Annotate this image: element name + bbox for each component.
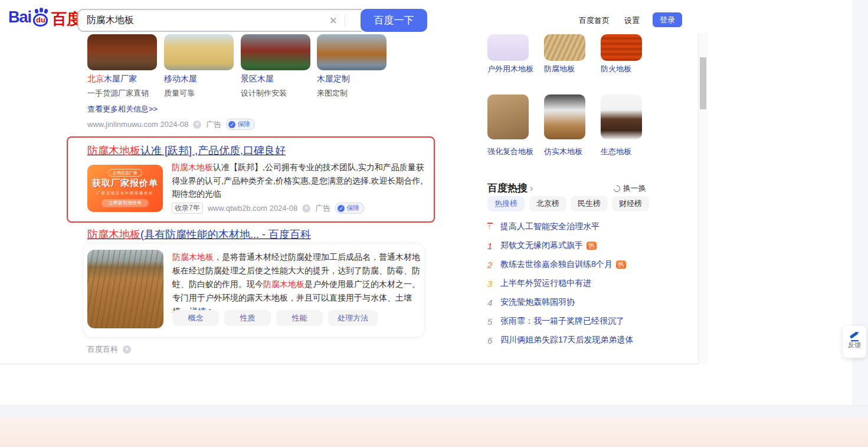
muwu-card-subtitle: 质量可靠 bbox=[164, 88, 195, 99]
muwu-card-subtitle: 设计制作安装 bbox=[241, 88, 287, 99]
baike-button-treatment[interactable]: 处理方法 bbox=[328, 310, 378, 326]
hot-item-text: 四川俩姐弟失踪17天后发现弟弟遗体 bbox=[500, 335, 634, 345]
feedback-button[interactable]: 反馈 bbox=[843, 326, 866, 358]
baike-title-rest: (具有防腐性能的木材地... - 百度百科 bbox=[140, 229, 311, 240]
hot-item-3[interactable]: 3 上半年外贸运行稳中有进 bbox=[487, 277, 659, 290]
baidu-paw-icon: du bbox=[32, 9, 50, 27]
muwu-thumb-3[interactable] bbox=[241, 34, 310, 70]
ad-image-subline: 厂家直销没有中间商赚差价 bbox=[87, 191, 163, 196]
yuebang-meta-row: 收录7年 www.qtwb2b.com 2024-08 ▾ 广告 ✓ 保障 bbox=[172, 203, 364, 214]
scrollbar-thumb[interactable] bbox=[700, 57, 706, 109]
baike-meta-row: 百度百科 ▾ bbox=[87, 344, 131, 355]
muwu-card-title[interactable]: 景区木屋 bbox=[241, 74, 274, 84]
windows-taskbar: S X X ^ 中 S × 9:06 2024/8/6 bbox=[0, 418, 868, 447]
related-label[interactable]: 户外用木地板 bbox=[487, 63, 538, 75]
baike-title[interactable]: 防腐木地板(具有防腐性能的木材地... - 百度百科 bbox=[87, 227, 311, 242]
muwu-thumb-4[interactable] bbox=[317, 34, 386, 70]
baike-deck-image[interactable] bbox=[87, 250, 163, 328]
clear-icon[interactable]: × bbox=[329, 12, 337, 28]
search-button[interactable]: 百度一下 bbox=[361, 9, 427, 32]
muwu-card-title[interactable]: 移动木屋 bbox=[164, 74, 197, 84]
muwu-title-rest: 木屋厂家 bbox=[104, 74, 137, 83]
chevron-down-icon[interactable]: ▾ bbox=[193, 120, 201, 129]
muwu-ad-label: 广告 bbox=[206, 119, 221, 130]
yuebang-ad-title[interactable]: 防腐木地板认准 [跃邦] ,产品优质,口碑良好 bbox=[87, 143, 286, 158]
hot-item-5[interactable]: 5 张雨霏：我一箱子奖牌已经很沉了 bbox=[487, 315, 659, 328]
ad-desc-highlight: 防腐木地板 bbox=[172, 162, 213, 172]
hot-badge: 热 bbox=[616, 260, 626, 269]
hot-item-1[interactable]: 1 郑钦文无缘闭幕式旗手 热 bbox=[487, 239, 659, 252]
hot-tab-minsheng[interactable]: 民生榜 bbox=[571, 196, 608, 211]
baike-button-performance[interactable]: 性能 bbox=[276, 310, 323, 326]
yuebang-baozhang-badge[interactable]: ✓ 保障 bbox=[335, 203, 364, 214]
related-image-qianghua[interactable] bbox=[487, 94, 529, 139]
hot-item-text: 教练去世徐嘉余独自训练8个月 bbox=[500, 259, 612, 270]
hot-item-text: 提高人工智能安全治理水平 bbox=[500, 221, 600, 232]
search-input[interactable] bbox=[87, 10, 311, 31]
hot-rank: 2 bbox=[487, 260, 500, 270]
related-label[interactable]: 仿实木地板 bbox=[544, 145, 595, 158]
nav-settings[interactable]: 设置 bbox=[624, 15, 640, 26]
login-button[interactable]: 登录 bbox=[653, 12, 682, 27]
refresh-icon bbox=[612, 184, 621, 192]
search-box[interactable]: × bbox=[77, 9, 362, 32]
muwu-source-url: www.jinlinmuwu.com 2024-08 bbox=[87, 120, 188, 129]
muwu-thumb-2[interactable] bbox=[164, 34, 234, 70]
hot-item-4[interactable]: 4 安洗莹炮轰韩国羽协 bbox=[487, 296, 659, 309]
hot-item-text: 张雨霏：我一箱子奖牌已经很沉了 bbox=[500, 316, 624, 327]
record-years-tag: 收录7年 bbox=[172, 203, 203, 214]
hot-rank: 1 bbox=[487, 241, 500, 251]
muwu-card-title[interactable]: 北京木屋厂家 bbox=[87, 74, 137, 84]
page-scrollbar[interactable]: ▲ bbox=[698, 0, 707, 364]
yuebang-ad-description: 防腐木地板认准【跃邦】,公司拥有专业的技术团队,实力和产品质量获得业界的认可,产… bbox=[172, 161, 425, 201]
yuebang-ad-label: 广告 bbox=[315, 203, 330, 214]
related-label[interactable]: 生态地板 bbox=[601, 145, 651, 158]
baidu-logo[interactable]: Bai du 百度 bbox=[8, 8, 82, 27]
hot-search-title[interactable]: 百度热搜› bbox=[487, 181, 533, 195]
related-image-fangshimu[interactable] bbox=[544, 94, 585, 139]
chevron-down-icon[interactable]: ▾ bbox=[123, 345, 131, 354]
hot-item-text: 郑钦文无缘闭幕式旗手 bbox=[500, 240, 583, 251]
muwu-title-rest: 景区木屋 bbox=[241, 74, 274, 83]
hot-item-top[interactable]: ↑ 提高人工智能安全治理水平 bbox=[487, 220, 659, 233]
hot-item-6[interactable]: 6 四川俩姐弟失踪17天后发现弟弟遗体 bbox=[487, 334, 659, 347]
muwu-title-rest: 移动木屋 bbox=[164, 74, 197, 83]
related-label[interactable]: 防火地板 bbox=[601, 63, 651, 75]
hot-tab-resou[interactable]: 热搜榜 bbox=[487, 196, 525, 211]
related-label[interactable]: 防腐地板 bbox=[544, 63, 595, 75]
ad-image-badge: 企腾优选厂家 bbox=[108, 169, 142, 177]
hot-tab-caijing[interactable]: 财经榜 bbox=[612, 196, 649, 211]
muwu-baozhang-badge[interactable]: ✓ 保障 bbox=[226, 119, 255, 130]
feedback-label: 反馈 bbox=[843, 341, 866, 350]
baike-button-property[interactable]: 性质 bbox=[224, 310, 271, 326]
related-image-shengtai[interactable] bbox=[601, 94, 642, 139]
screen: Bai du 百度 × 百度一下 百度首页 设置 登录 北京木屋厂家 移动木屋 … bbox=[0, 0, 868, 447]
ad-image-button[interactable]: 立即获取报价单 bbox=[101, 199, 149, 207]
content-bottom-border bbox=[0, 364, 707, 364]
logo-text-bai: Bai bbox=[8, 8, 31, 27]
hot-search-title-text: 百度热搜 bbox=[487, 182, 528, 194]
nav-baidu-home[interactable]: 百度首页 bbox=[579, 15, 610, 26]
hot-item-2[interactable]: 2 教练去世徐嘉余独自训练8个月 热 bbox=[487, 258, 659, 271]
muwu-card-subtitle: 来图定制 bbox=[317, 88, 348, 99]
chevron-down-icon[interactable]: ▾ bbox=[302, 204, 310, 213]
baike-source: 百度百科 bbox=[87, 344, 118, 355]
hot-tab-beijing[interactable]: 北京榜 bbox=[529, 196, 566, 211]
baike-button-concept[interactable]: 概念 bbox=[172, 310, 219, 326]
related-image-fanghuo[interactable] bbox=[601, 34, 642, 61]
hot-item-text: 安洗莹炮轰韩国羽协 bbox=[500, 297, 575, 308]
pencil-icon bbox=[849, 331, 860, 340]
hot-refresh-button[interactable]: 换一换 bbox=[614, 183, 646, 194]
muwu-meta-row: www.jinlinmuwu.com 2024-08 ▾ 广告 ✓ 保障 bbox=[87, 119, 255, 130]
yuebang-source-url: www.qtwb2b.com 2024-08 bbox=[208, 204, 297, 213]
related-image-fangfu[interactable] bbox=[544, 34, 585, 61]
muwu-card-title[interactable]: 木屋定制 bbox=[317, 74, 350, 84]
ad-image-headline: 获取厂家报价单 bbox=[87, 178, 163, 189]
ad-title-highlight: 防腐木地板 bbox=[87, 145, 140, 156]
related-label[interactable]: 强化复合地板 bbox=[487, 145, 538, 158]
muwu-thumb-1[interactable] bbox=[87, 34, 157, 70]
muwu-card-subtitle: 一手货源厂家直销 bbox=[87, 88, 149, 99]
yuebang-ad-image[interactable]: 企腾优选厂家 获取厂家报价单 厂家直销没有中间商赚差价 立即获取报价单 bbox=[87, 165, 163, 212]
related-image-outdoor[interactable] bbox=[487, 34, 529, 61]
muwu-more-link[interactable]: 查看更多相关信息>> bbox=[87, 104, 158, 115]
